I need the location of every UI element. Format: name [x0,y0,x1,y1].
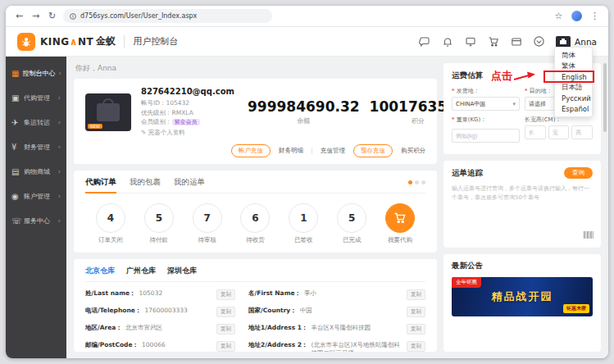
back-icon[interactable]: ← [14,11,25,21]
url-bar[interactable]: d756sys.com/User/User_Index.aspx [63,9,272,23]
member-badge: 紫金会员 [172,119,200,125]
query-button[interactable]: 查询 [564,167,593,179]
copy-button[interactable]: 复制 [407,289,425,300]
monitor-icon[interactable] [464,35,476,48]
sidebar-item-finance[interactable]: 财务管理 › [6,134,66,159]
sidebar-item-mall[interactable]: 购物商城 › [6,159,66,184]
origin-value: CHINA中国 [456,100,485,108]
length-input[interactable] [525,125,546,139]
stat-label: 已完成 [343,236,362,244]
prestore-button[interactable]: 预存充值 [353,144,393,157]
lang-option-japanese[interactable]: 日本語 [555,82,592,93]
sidebar-item-label: 购物商城 [24,167,50,176]
yen-icon [11,143,20,152]
sidebar-item-account[interactable]: 账户管理 › [6,184,66,208]
sidebar-item-label: 集运转运 [24,118,50,127]
weight-input[interactable] [452,129,520,143]
field-value: 中国 [300,307,403,315]
user-name: Anna [575,37,597,47]
browser-menu-icon[interactable]: ⋮ [589,11,600,21]
edit-profile-link[interactable]: ✎ 完善个人资料 [141,129,238,137]
forward-icon[interactable]: → [30,11,41,21]
tab-daigou-orders[interactable]: 代购订单 [85,177,116,188]
message-icon[interactable] [418,35,430,48]
copy-button[interactable]: 复制 [407,307,425,317]
stat-pending-review[interactable]: 7 待审核 [185,203,230,244]
copy-button[interactable]: 复制 [216,307,235,317]
site-info-icon[interactable] [70,13,76,20]
stat-pending-receipt[interactable]: 6 待收货 [233,203,277,244]
thumbnail-badge: NEW [88,124,102,129]
tracking-number-textarea[interactable] [452,184,593,241]
browser-profile-avatar[interactable] [571,11,582,21]
lang-option-simplified[interactable]: 简体 [555,50,592,61]
user-menu[interactable]: Anna [556,36,597,48]
notification-bell-icon[interactable] [441,35,453,48]
recharge-log-link[interactable]: 充值管理 [321,147,345,155]
sidebar-item-forwarding[interactable]: 集运转运 › [6,110,66,134]
user-avatar [556,36,571,48]
cart-icon[interactable] [487,35,499,48]
kingant-logo-icon[interactable] [17,33,35,51]
lang-option-english[interactable]: English [555,71,592,82]
banner-headline: 精品战开园 [492,289,553,304]
stat-pending-payment[interactable]: 5 待付款 [137,203,181,244]
field-label: 地址2/Address 2： [248,341,308,349]
promo-banner[interactable]: 全年钜惠 精品战开园 钜惠来袭 [452,277,593,316]
dot[interactable] [415,180,419,184]
tab-my-packages[interactable]: 我的包裹 [130,177,161,188]
user-circle-icon [11,192,20,201]
tab-my-waybills[interactable]: 我的运单 [174,177,205,188]
sidebar-item-label: 控制台中心 [22,69,55,78]
stat-completed[interactable]: 5 已完成 [330,203,374,244]
field-value: 100066 [142,341,213,349]
sidebar-item-console[interactable]: 控制台中心 › [6,61,66,85]
language-icon[interactable] [533,35,545,48]
weight-dims-row: 重量(KG)： 长宽高(CM)： [452,116,593,143]
lang-option-russian[interactable]: Русский [555,93,592,103]
recharge-button[interactable]: 帐户充值 [231,144,271,157]
copy-button[interactable]: 复制 [407,324,425,334]
page-scrollbar[interactable] [603,63,607,132]
cart-cta-icon[interactable] [385,203,415,233]
sidebar-item-label: 代购管理 [24,93,50,102]
finance-detail-link[interactable]: 财务明细 [279,147,303,155]
tab-beijing-warehouse[interactable]: 北京仓库 [85,266,115,276]
copy-button[interactable]: 复制 [216,324,235,334]
browser-window: ← → ↻ d756sys.com/User/User_Index.aspx ☆… [6,6,608,358]
barcode-scan-icon[interactable] [584,227,594,243]
sidebar-item-daigou[interactable]: 代购管理 › [6,85,66,110]
warehouse-address-card: 北京仓库 广州仓库 深圳仓库 姓/Last name： 105032 复制 名/… [74,259,437,352]
origin-select[interactable]: CHINA中国 ▾ [452,97,520,111]
waybill-tracking-card: 运单追踪 查询 [443,161,601,248]
tab-guangzhou-warehouse[interactable]: 广州仓库 [126,266,156,276]
lang-option-traditional[interactable]: 繁体 [555,61,592,71]
browser-chrome: ← → ↻ d756sys.com/User/User_Index.aspx ☆… [6,6,608,27]
copy-button[interactable]: 复制 [407,341,425,352]
tab-shenzhen-warehouse[interactable]: 深圳仓库 [167,266,197,276]
card-icon[interactable] [510,35,522,48]
stat-circle: 5 [337,203,366,233]
balance-label: 余额 [248,116,360,125]
stat-signed[interactable]: 1 已签收 [281,203,325,244]
stat-closed[interactable]: 4 订单关闭 [89,203,133,244]
width-input[interactable] [548,125,570,139]
dot[interactable] [421,180,425,184]
daigou-cta[interactable]: 我要代购 [378,203,422,244]
orders-tabs: 代购订单 我的包裹 我的运单 [85,177,425,193]
balance-value: 999984690.32 [248,98,360,115]
lang-option-spanish[interactable]: Español [555,103,592,114]
dot-active[interactable] [408,180,412,184]
copy-button[interactable]: 复制 [216,341,235,352]
sidebar-item-service[interactable]: 服务中心 › [6,208,66,233]
banner-subtag: 钜惠来袭 [563,304,589,313]
field-postcode: 邮编/PostCode： 100066 复制 [85,341,235,352]
field-country: 国家/Country： 中国 复制 [248,307,425,317]
copy-button[interactable]: 复制 [216,289,235,300]
bookmark-star-icon[interactable]: ☆ [553,11,564,21]
reload-icon[interactable]: ↻ [47,11,57,21]
height-input[interactable] [571,125,593,139]
buy-points-link[interactable]: 购买积分 [401,147,425,155]
chevron-right-icon: › [57,216,61,225]
field-label: 姓/Last name： [85,289,136,298]
